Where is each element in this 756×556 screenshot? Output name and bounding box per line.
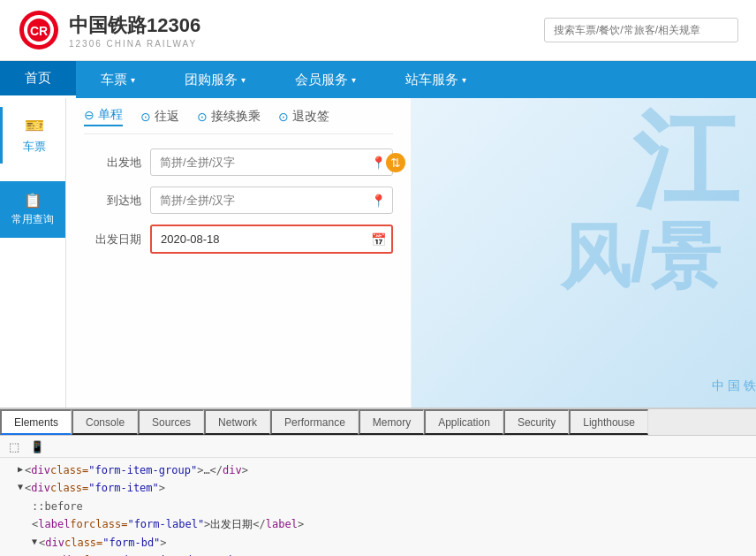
- nav-item-member[interactable]: 会员服务 ▾: [270, 61, 381, 98]
- svg-text:CR: CR: [30, 24, 48, 38]
- code-line-1[interactable]: <div class="form-item-group" > … </div>: [0, 461, 756, 479]
- main-content: 🎫 车票 📋 常用查询 ⊖ 单程 ⊙ 往返 ⊙ 接续换乘 ⊙ 退: [0, 98, 756, 407]
- devtools-tab-security[interactable]: Security: [503, 409, 569, 435]
- sidebar-query-label: 常用查询: [11, 212, 54, 227]
- code-line-5[interactable]: <div class="form-bd" >: [0, 534, 756, 552]
- devtools-toolbar: ⬚ 📱: [0, 436, 756, 458]
- destination-input[interactable]: [150, 187, 393, 214]
- swap-button[interactable]: ⇅: [386, 153, 405, 172]
- devtools-tab-memory[interactable]: Memory: [359, 409, 424, 435]
- logo-text: 中国铁路12306 12306 CHINA RAILWAY: [69, 12, 200, 49]
- nav-item-group[interactable]: 团购服务 ▾: [160, 61, 270, 98]
- calendar-icon: 📅: [371, 232, 386, 247]
- location-icon: 📍: [371, 194, 386, 208]
- date-input-wrap: 📅: [150, 225, 393, 254]
- logo-icon: CR: [18, 9, 60, 51]
- code-line-4[interactable]: <label for class="form-label" > 出发日期 </l…: [0, 515, 756, 533]
- chevron-down-icon: ▾: [131, 75, 135, 85]
- location-icon: 📍: [371, 156, 386, 170]
- query-icon: 📋: [24, 192, 42, 209]
- circle-icon: ⊙: [140, 110, 151, 124]
- bg-brand: 中 国 铁: [712, 378, 756, 394]
- devtools-tab-elements[interactable]: Elements: [0, 409, 72, 435]
- bg-char-1: 江: [632, 107, 738, 213]
- bg-decoration: 江 风/景 中 国 铁: [412, 98, 756, 407]
- tab-refund[interactable]: ⊙ 退改签: [278, 109, 329, 125]
- date-input[interactable]: [150, 225, 393, 254]
- departure-row: 出发地 📍 ⇅: [84, 149, 393, 176]
- code-line-3: ::before: [0, 498, 756, 515]
- logo-subtitle: 12306 CHINA RAILWAY: [69, 39, 200, 49]
- bg-char-2: 风/景: [560, 222, 721, 293]
- circle-icon: ⊖: [84, 108, 94, 122]
- ticket-tabs: ⊖ 单程 ⊙ 往返 ⊙ 接续换乘 ⊙ 退改签: [84, 98, 393, 134]
- devtools-panel: Elements Console Sources Network Perform…: [0, 407, 756, 556]
- ticket-icon: 🎫: [25, 116, 44, 135]
- devtools-tab-performance[interactable]: Performance: [270, 409, 359, 435]
- destination-row: 到达地 📍: [84, 187, 393, 214]
- main-nav: 首页 车票 ▾ 团购服务 ▾ 会员服务 ▾ 站车服务 ▾: [0, 61, 756, 98]
- tab-roundtrip[interactable]: ⊙ 往返: [140, 109, 179, 125]
- tab-oneway[interactable]: ⊖ 单程: [84, 107, 123, 126]
- expand-arrow[interactable]: [18, 461, 23, 476]
- expand-arrow[interactable]: [46, 552, 51, 556]
- destination-label: 到达地: [84, 193, 141, 209]
- departure-label: 出发地: [84, 155, 141, 171]
- devtools-tab-lighthouse[interactable]: Lighthouse: [569, 409, 648, 435]
- devtools-code: <div class="form-item-group" > … </div> …: [0, 458, 756, 556]
- nav-item-tickets[interactable]: 车票 ▾: [76, 61, 160, 98]
- date-row: 出发日期 📅: [84, 225, 393, 254]
- departure-input-wrap: 📍 ⇅: [150, 149, 393, 176]
- devtools-tab-console[interactable]: Console: [72, 409, 138, 435]
- chevron-down-icon: ▾: [352, 75, 356, 85]
- cursor-icon[interactable]: ⬚: [5, 438, 23, 455]
- circle-icon: ⊙: [197, 110, 208, 124]
- circle-icon: ⊙: [278, 110, 289, 124]
- devtools-tab-network[interactable]: Network: [204, 409, 270, 435]
- chevron-down-icon: ▾: [462, 75, 466, 85]
- departure-input[interactable]: [150, 149, 393, 176]
- date-label: 出发日期: [84, 232, 141, 248]
- chevron-down-icon: ▾: [241, 75, 246, 85]
- search-input[interactable]: [544, 18, 738, 42]
- tab-transfer[interactable]: ⊙ 接续换乘: [197, 109, 261, 125]
- nav-item-station[interactable]: 站车服务 ▾: [381, 61, 491, 98]
- logo-area: CR 中国铁路12306 12306 CHINA RAILWAY: [18, 9, 200, 51]
- sidebar-ticket-label: 车票: [23, 139, 46, 155]
- code-line-2[interactable]: <div class="form-item" >: [0, 479, 756, 497]
- left-sidebar: 🎫 车票 📋 常用查询: [0, 98, 66, 407]
- sidebar-query[interactable]: 📋 常用查询: [0, 181, 65, 238]
- devtools-tab-sources[interactable]: Sources: [138, 409, 204, 435]
- header: CR 中国铁路12306 12306 CHINA RAILWAY: [0, 0, 756, 61]
- ticket-form-area: ⊖ 单程 ⊙ 往返 ⊙ 接续换乘 ⊙ 退改签 出发地 📍 ⇅: [66, 98, 411, 407]
- devtools-tab-application[interactable]: Application: [424, 409, 503, 435]
- device-icon[interactable]: 📱: [28, 438, 46, 455]
- expand-arrow[interactable]: [32, 534, 37, 549]
- logo-title: 中国铁路12306: [69, 12, 200, 39]
- destination-input-wrap: 📍: [150, 187, 393, 214]
- sidebar-ticket[interactable]: 🎫 车票: [0, 107, 65, 164]
- code-line-6[interactable]: <div class="input-box input-data" >: [0, 552, 756, 556]
- nav-item-home[interactable]: 首页: [0, 61, 76, 98]
- devtools-tabs: Elements Console Sources Network Perform…: [0, 409, 756, 436]
- expand-arrow[interactable]: [18, 479, 23, 494]
